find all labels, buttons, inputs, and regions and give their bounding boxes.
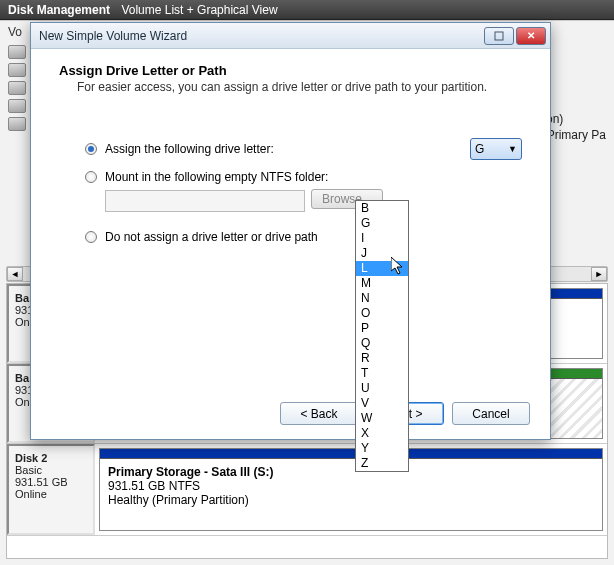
folder-path-input[interactable] xyxy=(105,190,305,212)
volume-size: 931.51 GB NTFS xyxy=(108,479,594,493)
volume-status: Healthy (Primary Partition) xyxy=(108,493,594,507)
app-title: Disk Management xyxy=(8,3,110,17)
dropdown-item[interactable]: B xyxy=(356,201,408,216)
app-titlebar: Disk Management Volume List + Graphical … xyxy=(0,0,614,20)
drive-icon xyxy=(8,63,26,77)
wizard-subheading: For easier access, you can assign a driv… xyxy=(59,80,522,94)
option-assign-letter[interactable]: Assign the following drive letter: G ▼ xyxy=(85,138,522,160)
option-label: Do not assign a drive letter or drive pa… xyxy=(105,230,522,244)
wizard-title: New Simple Volume Wizard xyxy=(39,29,187,43)
scroll-right-icon[interactable]: ► xyxy=(591,267,607,281)
dropdown-item[interactable]: T xyxy=(356,366,408,381)
dropdown-item[interactable]: R xyxy=(356,351,408,366)
dropdown-item[interactable]: Q xyxy=(356,336,408,351)
dropdown-item[interactable]: G xyxy=(356,216,408,231)
dropdown-item[interactable]: U xyxy=(356,381,408,396)
dropdown-item[interactable]: Z xyxy=(356,456,408,471)
volume-color-bar xyxy=(100,449,602,459)
option-label: Assign the following drive letter: xyxy=(105,142,420,156)
volume-name: Primary Storage - Sata III (S:) xyxy=(108,465,594,479)
option-label: Mount in the following empty NTFS folder… xyxy=(105,170,522,184)
option-mount-folder[interactable]: Mount in the following empty NTFS folder… xyxy=(85,170,522,184)
dropdown-item[interactable]: O xyxy=(356,306,408,321)
drive-icon xyxy=(8,99,26,113)
drive-icon xyxy=(8,81,26,95)
dropdown-item[interactable]: J xyxy=(356,246,408,261)
disk-info-panel[interactable]: Disk 2 Basic 931.51 GB Online xyxy=(7,444,95,535)
drive-letter-value: G xyxy=(475,142,508,156)
drive-icon xyxy=(8,117,26,131)
wizard-heading: Assign Drive Letter or Path xyxy=(59,63,522,78)
dropdown-item[interactable]: N xyxy=(356,291,408,306)
svg-rect-0 xyxy=(495,32,503,40)
volume-icons xyxy=(8,45,26,131)
drive-icon xyxy=(8,45,26,59)
app-subtitle: Volume List + Graphical View xyxy=(121,3,277,17)
drive-letter-combo[interactable]: G ▼ xyxy=(470,138,522,160)
dropdown-item[interactable]: W xyxy=(356,411,408,426)
radio-mount-folder[interactable] xyxy=(85,171,97,183)
radio-assign-letter[interactable] xyxy=(85,143,97,155)
disk-row: Disk 2 Basic 931.51 GB Online Primary St… xyxy=(7,444,607,536)
wizard-dialog: New Simple Volume Wizard ✕ Assign Drive … xyxy=(30,22,551,440)
close-button[interactable]: ✕ xyxy=(516,27,546,45)
dropdown-item[interactable]: I xyxy=(356,231,408,246)
dropdown-item[interactable]: X xyxy=(356,426,408,441)
option-no-assign[interactable]: Do not assign a drive letter or drive pa… xyxy=(85,230,522,244)
close-icon: ✕ xyxy=(527,30,535,41)
dropdown-item[interactable]: P xyxy=(356,321,408,336)
volume-box[interactable]: Primary Storage - Sata III (S:) 931.51 G… xyxy=(99,448,603,531)
help-button[interactable] xyxy=(484,27,514,45)
wizard-titlebar[interactable]: New Simple Volume Wizard ✕ xyxy=(31,23,550,49)
drive-letter-dropdown[interactable]: BGIJLMNOPQRTUVWXYZ xyxy=(355,200,409,472)
back-button[interactable]: < Back xyxy=(280,402,358,425)
dropdown-item[interactable]: Y xyxy=(356,441,408,456)
chevron-down-icon: ▼ xyxy=(508,144,517,154)
dropdown-item[interactable]: M xyxy=(356,276,408,291)
radio-no-assign[interactable] xyxy=(85,231,97,243)
cancel-button[interactable]: Cancel xyxy=(452,402,530,425)
dropdown-item[interactable]: V xyxy=(356,396,408,411)
dropdown-item[interactable]: L xyxy=(356,261,408,276)
scroll-left-icon[interactable]: ◄ xyxy=(7,267,23,281)
help-icon xyxy=(494,31,504,41)
